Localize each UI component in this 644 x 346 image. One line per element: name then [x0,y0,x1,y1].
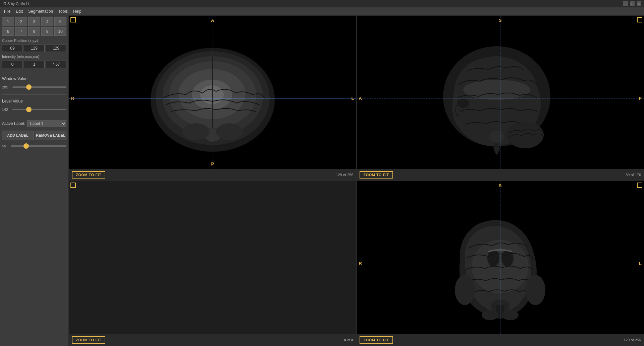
divider-1 [2,72,66,72]
remove-label-button[interactable]: REMOVE LABEL [35,131,66,140]
active-label-row: Active Label: Label 1 [2,120,66,127]
level-slider-num: 142 [2,108,10,112]
bottom-slider-row: 50 [2,144,66,148]
empty-slice-info: # of # [344,338,354,342]
axial-brain-image [69,16,356,181]
menubar: File Edit Segmentation Tools Help [0,7,644,15]
sagittal-right-label: P [639,95,642,100]
sagittal-bottom-bar: ZOOM TO FIT 89 of 176 [357,169,644,181]
corner-square-sagittal [637,17,642,22]
num-btn-9[interactable]: 9 [41,27,53,36]
maximize-button[interactable]: □ [630,1,635,6]
num-btn-4[interactable]: 4 [41,17,53,26]
corner-square-axial [70,17,76,22]
axial-brain-svg [109,38,317,158]
close-button[interactable]: × [637,1,641,6]
axial-top-label: A [211,18,214,23]
axial-right-label: L [352,95,354,100]
svg-point-16 [507,122,544,148]
coronal-bottom-bar: ZOOM TO FIT 129 of 256 [357,334,644,346]
viewport-sagittal[interactable]: S A P [357,15,644,181]
menu-edit[interactable]: Edit [13,8,25,14]
window-slider-container: 285 [2,85,66,89]
axial-zoom-btn[interactable]: ZOOM TO FIT [72,171,105,179]
coronal-right-label: L [639,261,642,266]
menu-help[interactable]: Help [70,8,84,14]
menu-segmentation[interactable]: Segmentation [25,8,56,14]
sidebar: 1 2 3 4 5 6 7 8 9 10 Curser Position (x,… [0,15,69,346]
empty-bottom-bar: ZOOM TO FIT # of # [69,334,356,346]
corner-square-empty [70,183,76,188]
svg-point-14 [463,80,530,100]
window-controls: − □ × [623,1,641,6]
num-btn-5[interactable]: 5 [54,17,66,26]
intensity-max: 1 [24,61,45,68]
num-btn-3[interactable]: 3 [28,17,40,26]
svg-point-17 [457,98,469,108]
label-select[interactable]: Label 1 [27,120,66,127]
axial-bottom-bar: ZOOM TO FIT 129 of 256 [69,169,356,181]
viewport-coronal[interactable]: S R L [357,181,644,346]
cursor-position-label: Curser Position (x,y,z) [2,39,66,43]
level-slider-row: 142 [2,108,66,112]
label-buttons: ADD LABEL REMOVE LABEL [2,131,66,140]
viewport-axial[interactable]: A P R L [69,15,357,181]
num-btn-6[interactable]: 6 [2,27,14,36]
sagittal-top-label: S [499,18,502,23]
svg-point-15 [489,131,504,143]
svg-point-20 [487,250,499,267]
divider-2 [2,94,66,95]
active-label-text: Active Label: [2,121,25,126]
window-slider[interactable] [12,86,66,88]
sagittal-left-label: A [359,95,362,100]
intensity-min: 0 [2,61,23,68]
viewport-empty[interactable]: ZOOM TO FIT # of # [69,181,357,346]
empty-zoom-btn[interactable]: ZOOM TO FIT [72,336,105,344]
sagittal-brain-image [357,16,644,181]
window-slider-row: 285 [2,85,66,89]
coronal-zoom-btn[interactable]: ZOOM TO FIT [360,336,393,344]
svg-point-25 [525,275,545,305]
num-btn-1[interactable]: 1 [2,17,14,26]
axial-bottom-label: P [211,161,214,166]
num-btn-10[interactable]: 10 [54,27,66,36]
coronal-top-label: S [499,183,502,188]
svg-point-27 [502,310,519,320]
minimize-button[interactable]: − [623,1,628,6]
intensity-label: Intensity (min,max,cur): [2,55,66,59]
level-slider[interactable] [12,109,66,110]
intensity-values: 0 1 7.67 [2,61,66,68]
num-btn-2[interactable]: 2 [15,17,27,26]
intensity-cur: 7.67 [46,61,66,68]
sagittal-brain-svg [393,38,607,158]
coronal-left-label: R [359,261,362,266]
axial-slice-info: 129 of 256 [336,173,354,177]
bottom-slider[interactable] [11,145,66,147]
sagittal-slice-info: 89 of 176 [626,173,641,177]
window-slider-num: 285 [2,85,10,89]
svg-point-26 [482,310,498,320]
svg-point-21 [501,250,514,267]
svg-point-11 [216,123,243,140]
level-slider-container: 142 [2,108,66,112]
divider-3 [2,117,66,117]
axial-left-label: R [71,95,74,100]
num-btn-8[interactable]: 8 [28,27,40,36]
menu-file[interactable]: File [1,8,13,14]
coronal-slice-info: 129 of 256 [624,338,641,342]
cursor-coords: 89 129 129 [2,45,66,52]
coronal-brain-image [357,181,644,346]
add-label-button[interactable]: ADD LABEL [2,131,34,140]
bottom-slider-num: 50 [2,144,9,148]
svg-point-10 [182,123,209,140]
corner-square-coronal [637,183,642,188]
cursor-y: 129 [24,45,45,52]
coronal-brain-svg [393,203,607,324]
viewport-grid: A P R L [69,15,644,346]
num-button-grid: 1 2 3 4 5 6 7 8 9 10 [2,17,66,36]
menu-tools[interactable]: Tools [56,8,70,14]
titlebar: IRIS by Collin Li − □ × [0,0,644,7]
cursor-z: 129 [46,45,66,52]
num-btn-7[interactable]: 7 [15,27,27,36]
sagittal-zoom-btn[interactable]: ZOOM TO FIT [360,171,393,179]
